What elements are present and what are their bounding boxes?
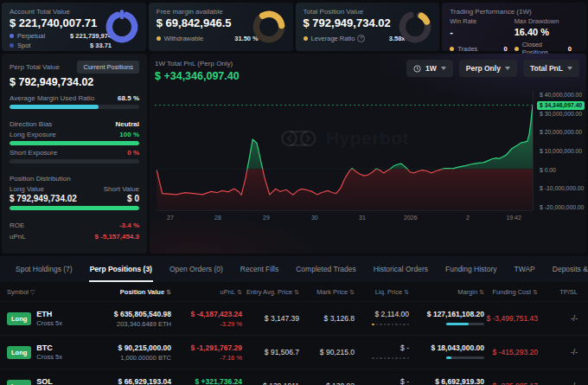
liq-distance-dots-icon [372, 357, 409, 360]
entry-price-cell-main: $ 130.1911 [242, 382, 299, 385]
upnl-cell: $ -1,291,767.29-7.16 % [171, 343, 242, 362]
position-distribution-label: Position Distribution [10, 175, 139, 183]
liq-dot-icon [392, 357, 394, 360]
info-icon[interactable]: ? [357, 35, 365, 42]
funding-cost-cell-main: $ -415,293.20 [484, 348, 538, 356]
column-header-mark-price[interactable]: Mark Price⇅ [299, 288, 355, 296]
margin-value: $ 127,161,108.20 [409, 310, 484, 318]
avg-margin-value: 68.5 % [118, 94, 139, 102]
column-header-funding-cost[interactable]: Funding Cost⇅ [484, 288, 538, 296]
tab-funding-history[interactable]: Funding History [437, 256, 506, 282]
long-value-label: Long Value [10, 185, 44, 193]
avg-margin-label: Average Margin Used Ratio [10, 94, 94, 102]
card-total-position-value: Total Position Value $ 792,949,734.02 Le… [296, 3, 440, 51]
win-rate-value: - [450, 27, 514, 37]
symbol-info: ETHCross 5x [36, 310, 62, 327]
filter-icon[interactable]: ▽ [30, 289, 35, 295]
chart-header: 1W Total PnL (Perp Only) $ +34,346,097.4… [155, 60, 586, 82]
x-tick-label: 27 [167, 215, 174, 221]
perp-summary-sidebar: Perp Total Value Current Positions $ 792… [2, 54, 147, 253]
long-exposure-label: Long Exposure [10, 131, 56, 138]
legend-label: Leverage Ratio [311, 35, 355, 42]
tab-perp-positions-3[interactable]: Perp Positions (3) [81, 256, 161, 282]
leverage-donut-icon [397, 9, 433, 45]
y-axis: $ 34,346,097.40 $ 40,000,000.00$ 30,000,… [534, 91, 586, 224]
table-body: LongETHCross 5x$ 635,805,540.98203,340.6… [0, 301, 588, 385]
liq-dot-icon [403, 324, 406, 326]
position-value-cell: $ 66,929,193.04511,612.85 SOL [97, 377, 171, 385]
tab-open-orders-0[interactable]: Open Orders (0) [161, 256, 232, 282]
mark-price-cell-main: $ 130.82 [299, 382, 355, 385]
upnl-cell: $ -4,187,423.24-3.29 % [171, 310, 242, 328]
liq-price-value: $ - [355, 343, 409, 352]
side-badge: Long [7, 312, 31, 325]
table-row-btc[interactable]: LongBTCCross 5x$ 90,215,000.001,000.0000… [0, 335, 588, 369]
upnl-cell-sub: -3.29 % [171, 320, 242, 328]
liq-dot-icon [376, 357, 379, 360]
y-tick-label: $ 20,000,000.00 [540, 129, 582, 135]
tpsl-cell: -/- [538, 314, 578, 323]
tab-completed-trades[interactable]: Completed Trades [287, 256, 364, 282]
tab-deposits-withdraw[interactable]: Deposits & Withdraw [544, 256, 588, 282]
symbol-name: ETH [36, 310, 62, 318]
legend-row-leverage: Leverage Ratio ? 3.58x [304, 35, 406, 42]
chevron-down-icon [567, 67, 572, 70]
funding-cost-cell: $ -3,499,751.43 [484, 314, 538, 323]
short-value: $ 0 [127, 194, 139, 203]
long-value: $ 792,949,734.02 [10, 194, 77, 203]
symbol-name: BTC [36, 343, 62, 352]
column-header-symbol[interactable]: Symbol▽ [7, 288, 97, 296]
column-header-position-value[interactable]: Position Value⇅ [97, 288, 171, 296]
upnl-cell-sub: -7.16 % [171, 354, 242, 362]
legend-row-withdrawable: Withdrawable 31.50 % [157, 35, 259, 42]
mark-price-cell-main: $ 3,126.8 [299, 314, 355, 323]
x-axis: 27282930312026219:42 [155, 210, 533, 225]
table-row-eth[interactable]: LongETHCross 5x$ 635,805,540.98203,340.6… [0, 301, 588, 335]
liq-dot-icon [384, 357, 387, 360]
tab-recent-fills[interactable]: Recent Fills [232, 256, 287, 282]
table-row-sol[interactable]: LongSOLCross 10x$ 66,929,193.04511,612.8… [0, 369, 588, 385]
liq-dot-icon [376, 324, 379, 326]
column-header-upnl[interactable]: uPnL⇅ [171, 288, 242, 296]
card-title: Trading Performance (1W) [450, 8, 578, 16]
withdrawable-donut-icon [251, 9, 287, 45]
chevron-down-icon [441, 67, 446, 70]
column-header-entry-avg-price[interactable]: Entry Avg. Price⇅ [242, 288, 299, 296]
legend-label: Spot [17, 42, 30, 49]
mark-price-cell-main: $ 90,215.0 [299, 348, 355, 356]
upnl-cell-main: $ +321,736.24 [171, 377, 242, 385]
perp-total-value: $ 792,949,734.02 [10, 76, 139, 88]
column-header-label: TP/SL [559, 288, 578, 296]
liq-dot-icon [380, 357, 382, 360]
current-positions-button[interactable]: Current Positions [77, 61, 139, 74]
liq-distance-dots-icon [372, 324, 409, 326]
liq-dot-icon [392, 324, 394, 326]
tab-historical-orders[interactable]: Historical Orders [365, 256, 437, 282]
liq-dot-icon [387, 324, 390, 326]
liq-dot-icon [395, 324, 398, 326]
period-dropdown[interactable]: 1W [406, 60, 453, 77]
column-header-liq-price[interactable]: Liq. Price⇅ [355, 288, 409, 296]
trades-dot-icon [450, 47, 454, 51]
tab-twap[interactable]: TWAP [506, 256, 544, 282]
metric-dropdown[interactable]: Total PnL [523, 60, 579, 77]
y-tick-label: $ -20,000,000.00 [540, 203, 584, 209]
symbol-name: SOL [36, 377, 66, 385]
column-header-margin[interactable]: Margin⇅ [409, 288, 484, 296]
pnl-chart-plot[interactable]: Hyperbot 27282930312026219:42 [155, 91, 534, 210]
scope-dropdown[interactable]: Perp Only [459, 60, 517, 77]
column-header-label: uPnL [220, 288, 236, 296]
max-drawdown: Max Drawdown 16.40 % [514, 17, 578, 37]
pnl-chart-panel: 1W Total PnL (Perp Only) $ +34,346,097.4… [150, 54, 586, 253]
middle-section: Perp Total Value Current Positions $ 792… [0, 54, 588, 253]
win-rate: Win Rate - [450, 17, 514, 37]
mark-price-cell: $ 130.82 [299, 382, 355, 385]
side-badge: Long [7, 380, 31, 385]
tab-bar: Spot Holdings (7)Perp Positions (3)Open … [0, 256, 588, 282]
tab-spot-holdings-7[interactable]: Spot Holdings (7) [7, 256, 81, 282]
legend-label: Perpetual [17, 32, 45, 40]
position-value-cell: $ 635,805,540.98203,340.6489 ETH [97, 310, 171, 328]
y-tick-label: $ 40,000,000.00 [540, 92, 582, 98]
column-header-tp-sl[interactable]: TP/SL [538, 288, 578, 296]
x-tick-label: 28 [214, 215, 221, 221]
